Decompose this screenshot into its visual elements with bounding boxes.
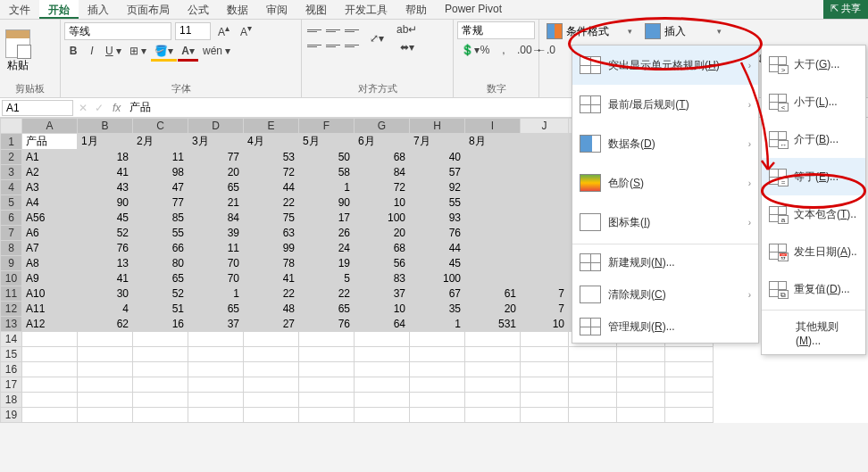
currency-button[interactable]: 💲▾ — [457, 42, 475, 58]
cell[interactable]: A2 — [22, 165, 78, 180]
cell[interactable]: 100 — [355, 211, 410, 226]
cell[interactable] — [465, 180, 521, 195]
col-header-A[interactable]: A — [22, 119, 78, 134]
cell[interactable]: 70 — [188, 271, 244, 286]
select-all[interactable] — [1, 119, 22, 134]
more-rules-item[interactable]: 其他规则(M)... — [762, 312, 865, 354]
font-name-select[interactable]: 等线 — [64, 22, 171, 40]
cell[interactable]: 44 — [410, 241, 465, 256]
cell[interactable]: 72 — [355, 180, 410, 195]
cell[interactable] — [465, 165, 521, 180]
percent-button[interactable]: % — [476, 42, 494, 58]
cell[interactable]: A12 — [22, 317, 78, 332]
cell[interactable]: 76 — [410, 226, 465, 241]
tab-7[interactable]: 视图 — [296, 0, 336, 19]
phonetic-button[interactable]: wén ▾ — [199, 43, 234, 62]
highlight-cells-rules-item[interactable]: 突出显示单元格规则(H)› — [572, 46, 758, 85]
tab-0[interactable]: 文件 — [0, 0, 39, 19]
cell[interactable]: 41 — [244, 271, 299, 286]
align-bottom-button[interactable] — [343, 24, 361, 38]
cell[interactable]: 70 — [188, 256, 244, 271]
cell[interactable]: A56 — [22, 211, 78, 226]
cell[interactable]: 64 — [355, 317, 410, 332]
cell[interactable]: 22 — [244, 286, 299, 302]
cell[interactable]: 6月 — [355, 134, 410, 150]
cell[interactable] — [465, 211, 521, 226]
border-button[interactable]: ⊞ ▾ — [126, 43, 150, 62]
cell[interactable]: 77 — [188, 150, 244, 165]
cell[interactable]: 1 — [299, 180, 355, 195]
cell[interactable]: 90 — [299, 195, 355, 211]
cell[interactable]: 37 — [188, 317, 244, 332]
fx-icon[interactable]: fx — [107, 102, 126, 114]
cell[interactable]: 66 — [133, 241, 188, 256]
cell[interactable]: 531 — [465, 317, 521, 332]
confirm-formula-button[interactable]: ✓ — [91, 102, 107, 114]
date-occurring-item[interactable]: 📅发生日期(A).. — [762, 233, 865, 270]
cell[interactable]: A4 — [22, 195, 78, 211]
cell[interactable]: 93 — [410, 211, 465, 226]
cell[interactable]: 8月 — [465, 134, 521, 150]
name-box[interactable]: A1 — [2, 100, 73, 116]
cell[interactable]: 4月 — [244, 134, 299, 150]
cell[interactable]: 75 — [244, 211, 299, 226]
row-header-5[interactable]: 5 — [1, 195, 22, 211]
conditional-format-button[interactable]: 条件格式 — [543, 21, 634, 41]
col-header-E[interactable]: E — [244, 119, 299, 134]
paste-button[interactable]: 粘贴 — [4, 28, 32, 75]
row-header-16[interactable]: 16 — [1, 362, 22, 377]
cell[interactable]: 22 — [299, 286, 355, 302]
tab-9[interactable]: 帮助 — [396, 0, 436, 19]
duplicate-values-item[interactable]: ⧉重复值(D)... — [762, 270, 865, 308]
number-format-select[interactable]: 常规 — [457, 21, 535, 39]
cell[interactable]: 76 — [299, 317, 355, 332]
font-size-select[interactable]: 11 — [175, 22, 211, 40]
cell[interactable]: A10 — [22, 286, 78, 302]
cell[interactable]: 7月 — [410, 134, 465, 150]
cell[interactable]: 22 — [244, 195, 299, 211]
row-header-19[interactable]: 19 — [1, 408, 22, 423]
between-item[interactable]: ↔介于(B)... — [762, 120, 865, 158]
row-header-12[interactable]: 12 — [1, 302, 22, 317]
cell[interactable]: 19 — [299, 256, 355, 271]
cell[interactable]: 100 — [410, 271, 465, 286]
cell[interactable]: 5 — [299, 271, 355, 286]
col-header-C[interactable]: C — [133, 119, 188, 134]
row-header-2[interactable]: 2 — [1, 150, 22, 165]
cell[interactable]: 45 — [78, 211, 133, 226]
cell[interactable]: 16 — [133, 317, 188, 332]
align-center-button[interactable] — [324, 39, 342, 54]
cell[interactable]: 4 — [78, 302, 133, 317]
cancel-formula-button[interactable]: ✕ — [75, 102, 91, 114]
increase-decimal-button[interactable]: .00→ — [513, 42, 531, 58]
cell[interactable]: 37 — [355, 286, 410, 302]
cell[interactable]: 77 — [133, 195, 188, 211]
col-header-H[interactable]: H — [410, 119, 465, 134]
cell[interactable]: 24 — [299, 241, 355, 256]
cell[interactable]: 84 — [188, 211, 244, 226]
cell[interactable]: 63 — [244, 226, 299, 241]
col-header-I[interactable]: I — [465, 119, 521, 134]
cell[interactable]: 61 — [465, 286, 521, 302]
col-header-G[interactable]: G — [355, 119, 410, 134]
cell[interactable]: 65 — [133, 271, 188, 286]
cell[interactable]: A3 — [22, 180, 78, 195]
cell[interactable]: 83 — [355, 271, 410, 286]
cell[interactable]: 80 — [133, 256, 188, 271]
col-header-B[interactable]: B — [78, 119, 133, 134]
cell[interactable]: 76 — [78, 241, 133, 256]
new-rule-item[interactable]: 新建规则(N)... — [572, 246, 758, 278]
tab-6[interactable]: 审阅 — [257, 0, 296, 19]
align-middle-button[interactable] — [324, 24, 342, 38]
row-header-4[interactable]: 4 — [1, 180, 22, 195]
tab-3[interactable]: 页面布局 — [118, 0, 179, 19]
orientation-button[interactable]: ⤢▾ — [366, 30, 388, 46]
cell[interactable] — [465, 241, 521, 256]
cell[interactable]: 45 — [410, 256, 465, 271]
cell[interactable]: 50 — [299, 150, 355, 165]
cell[interactable]: 1月 — [78, 134, 133, 150]
cell[interactable]: 52 — [133, 286, 188, 302]
cell[interactable]: 30 — [78, 286, 133, 302]
cell[interactable]: 84 — [355, 165, 410, 180]
cell[interactable]: 65 — [188, 180, 244, 195]
